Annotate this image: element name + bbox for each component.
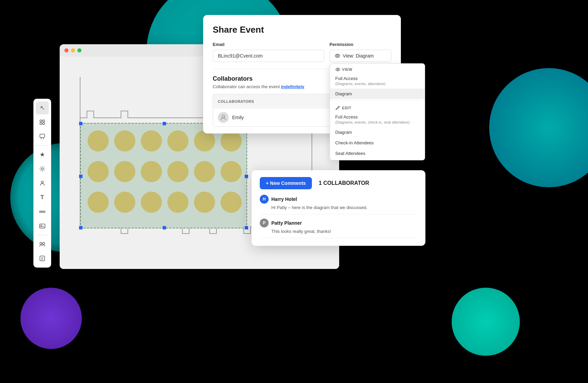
- share-modal: Share Event Email Permission View: Diagr…: [203, 15, 401, 133]
- dropdown-item-seat[interactable]: Seat Attendees: [330, 148, 425, 160]
- dropdown-divider: [330, 100, 425, 101]
- svg-point-23: [337, 69, 338, 70]
- comments-header: + New Comments 1 COLLABORATOR: [260, 177, 417, 189]
- toolbar-group[interactable]: [36, 238, 49, 251]
- traffic-light-yellow[interactable]: [71, 48, 75, 52]
- toolbar-divider-2: [37, 235, 48, 235]
- collab-name: Emily: [232, 115, 244, 120]
- sel-handle-tl[interactable]: [79, 122, 82, 125]
- permission-value: View: Diagram: [343, 53, 374, 59]
- table-circle: [141, 130, 162, 151]
- new-comments-button[interactable]: + New Comments: [260, 177, 312, 189]
- dropdown-item-full-access-edit[interactable]: Full Access: [330, 112, 425, 120]
- left-toolbar: ↖ ★ T: [33, 99, 51, 268]
- collaborator-count: 1 COLLABORATOR: [319, 180, 369, 186]
- dropdown-item-sub-view: (Diagrams, events, attendees): [330, 82, 425, 89]
- svg-point-3: [43, 123, 45, 125]
- table-circle: [221, 161, 242, 182]
- table-circle: [194, 161, 215, 182]
- table-circle: [141, 192, 162, 213]
- comments-panel: + New Comments 1 COLLABORATOR H Harry Ho…: [252, 170, 425, 246]
- toolbar-text[interactable]: T: [36, 191, 49, 204]
- svg-point-15: [41, 225, 42, 226]
- dropdown-item-diagram-view[interactable]: Diagram: [330, 89, 425, 99]
- toolbar-image[interactable]: [36, 220, 49, 233]
- eye-icon: [335, 53, 340, 59]
- table-circle: [114, 192, 135, 213]
- dropdown-item-diagram-edit[interactable]: Diagram: [330, 127, 425, 138]
- toolbar-star[interactable]: ★: [36, 148, 49, 161]
- svg-point-17: [43, 242, 45, 244]
- table-circle: [167, 161, 189, 182]
- edit-pencil-icon: [335, 106, 340, 110]
- table-circle: [88, 192, 109, 213]
- svg-rect-18: [40, 256, 45, 261]
- table-circle: [88, 161, 109, 182]
- sel-handle-bc[interactable]: [163, 226, 166, 229]
- svg-point-7: [41, 168, 43, 170]
- sel-handle-bl[interactable]: [79, 226, 82, 229]
- email-label: Email: [213, 42, 324, 47]
- dropdown-item-full-access-view[interactable]: Full Access: [330, 73, 425, 82]
- svg-point-16: [40, 242, 42, 244]
- view-eye-icon: [335, 67, 340, 72]
- toolbar-person[interactable]: [36, 177, 49, 190]
- svg-point-2: [40, 123, 42, 125]
- toolbar-divider-1: [37, 145, 48, 146]
- toolbar-ruler[interactable]: [36, 205, 49, 218]
- table-circle: [167, 192, 189, 213]
- permission-label: Permission: [330, 42, 391, 47]
- comment-avatar-1: H: [260, 195, 269, 204]
- permission-selected[interactable]: View: Diagram: [330, 50, 391, 62]
- svg-point-0: [40, 120, 42, 122]
- svg-point-8: [41, 181, 43, 183]
- table-circle: [167, 130, 189, 151]
- svg-rect-4: [40, 134, 45, 138]
- toolbar-checklist[interactable]: [36, 252, 49, 265]
- toolbar-cursor[interactable]: ↖: [36, 101, 49, 114]
- comment-item-2: P Patty Planner This looks really great,…: [260, 219, 417, 234]
- indefinitely-link[interactable]: indefinitely: [281, 84, 304, 89]
- comment-text-2: This looks really great, thanks!: [260, 229, 417, 234]
- table-circle: [194, 130, 215, 151]
- share-modal-title: Share Event: [213, 25, 391, 35]
- table-circle: [141, 161, 162, 182]
- edit-section-label: EDIT: [330, 102, 425, 112]
- toolbar-shapes[interactable]: [36, 116, 49, 129]
- view-section-label: VIEW: [330, 64, 425, 73]
- sel-handle-ml[interactable]: [79, 175, 82, 178]
- traffic-light-green[interactable]: [77, 48, 81, 52]
- table-circle: [221, 130, 242, 151]
- table-circle: [114, 130, 135, 151]
- dropdown-item-sub-edit: (Diagrams, events, check-in, seat attend…: [330, 120, 425, 127]
- table-circle: [221, 192, 242, 213]
- table-circle: [114, 161, 135, 182]
- svg-point-22: [336, 55, 338, 57]
- traffic-light-red[interactable]: [64, 48, 69, 52]
- sel-handle-tc[interactable]: [163, 122, 166, 125]
- comment-divider-1: [260, 214, 417, 214]
- tables-area: [80, 123, 247, 228]
- email-input[interactable]: [213, 50, 324, 62]
- dropdown-item-checkin[interactable]: Check-in Attendees: [330, 138, 425, 148]
- sel-handle-mr[interactable]: [245, 175, 248, 178]
- toolbar-settings[interactable]: [36, 162, 49, 175]
- permission-dropdown: VIEW Full Access (Diagrams, events, atte…: [330, 63, 425, 160]
- table-circle: [88, 130, 109, 151]
- toolbar-chair[interactable]: [36, 130, 49, 143]
- collab-avatar: [218, 112, 229, 123]
- comment-item-1: H Harry Hotel Hi Patty – here is the dia…: [260, 195, 417, 210]
- blob-purple: [20, 288, 82, 349]
- table-circle: [194, 192, 215, 213]
- collab-header-label: COLLABORATORS: [218, 99, 254, 103]
- svg-point-1: [43, 120, 45, 122]
- comment-author-1: Harry Hotel: [271, 196, 297, 202]
- comment-author-2: Patty Planner: [271, 220, 302, 226]
- blob-teal-bottom-right: [452, 288, 520, 356]
- sel-handle-br[interactable]: [245, 226, 248, 229]
- comment-avatar-2: P: [260, 219, 269, 227]
- blob-teal-right: [489, 68, 588, 187]
- svg-point-24: [222, 115, 225, 118]
- comment-text-1: Hi Patty – here is the diagram that we d…: [260, 205, 417, 210]
- comment-divider-2: [260, 238, 417, 238]
